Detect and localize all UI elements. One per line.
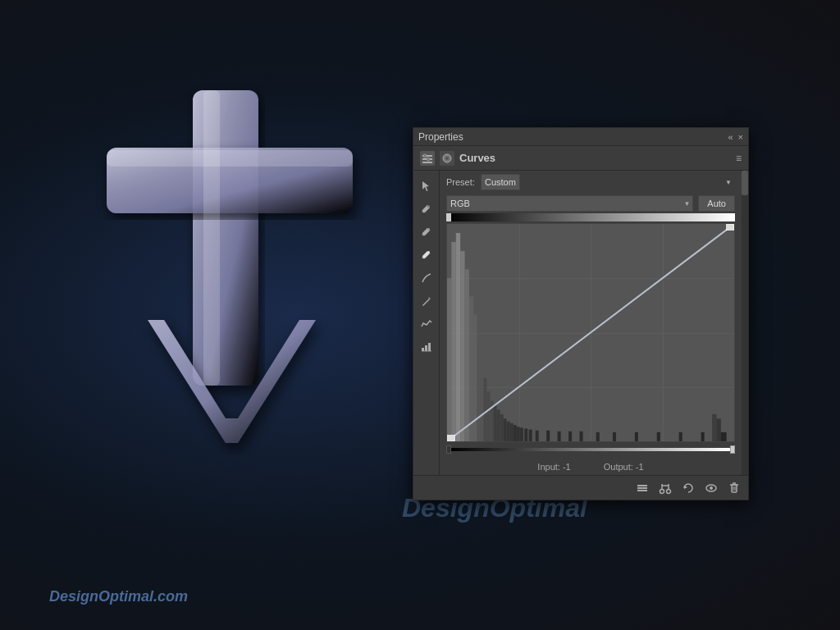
panel-content: Preset: Custom RGB Red Green Blue xyxy=(413,171,748,475)
svg-point-66 xyxy=(660,489,664,493)
svg-marker-11 xyxy=(422,181,429,191)
panel-title-controls: « × xyxy=(728,132,743,142)
clip-btn[interactable] xyxy=(658,481,673,495)
scroll-thumb[interactable] xyxy=(742,171,748,195)
eyedropper-black-btn[interactable] xyxy=(418,200,436,218)
svg-rect-35 xyxy=(504,418,507,441)
svg-rect-22 xyxy=(456,233,460,441)
mask-icon[interactable] xyxy=(440,151,454,166)
svg-rect-41 xyxy=(524,429,527,441)
panel-right: Preset: Custom RGB Red Green Blue xyxy=(440,171,742,475)
svg-rect-48 xyxy=(596,432,600,441)
svg-rect-34 xyxy=(500,414,504,441)
eyedropper-white-btn[interactable] xyxy=(418,246,436,264)
io-row: Input: -1 Output: -1 xyxy=(440,459,742,475)
svg-marker-71 xyxy=(684,486,687,489)
svg-rect-16 xyxy=(425,345,427,351)
svg-rect-33 xyxy=(497,409,500,441)
scroll-bar[interactable] xyxy=(742,171,748,475)
svg-rect-32 xyxy=(494,405,497,441)
svg-point-67 xyxy=(667,489,671,493)
delete-btn[interactable] xyxy=(727,481,742,495)
panel-titlebar: Properties « × xyxy=(413,128,748,146)
close-button[interactable]: × xyxy=(738,132,743,142)
eyedropper-gray-btn[interactable] xyxy=(418,223,436,241)
cross-logo xyxy=(66,66,410,476)
white-point-slider[interactable] xyxy=(730,445,735,454)
layer-comp-btn[interactable] xyxy=(635,481,650,495)
svg-point-8 xyxy=(427,158,430,161)
svg-rect-25 xyxy=(469,296,473,441)
svg-rect-36 xyxy=(507,422,510,441)
svg-rect-74 xyxy=(732,485,737,492)
svg-rect-23 xyxy=(460,251,464,441)
svg-rect-17 xyxy=(428,343,431,351)
svg-rect-3 xyxy=(107,150,353,167)
svg-rect-38 xyxy=(514,425,517,441)
pencil-tool-btn[interactable] xyxy=(418,292,436,310)
svg-rect-26 xyxy=(473,314,477,441)
pointer-tool-btn[interactable] xyxy=(418,177,436,195)
histogram-view-btn[interactable] xyxy=(418,338,436,356)
svg-rect-64 xyxy=(637,487,647,489)
svg-rect-47 xyxy=(580,431,583,441)
svg-rect-56 xyxy=(716,418,720,441)
panel-header: Curves ≡ xyxy=(413,146,748,171)
preset-row: Preset: Custom xyxy=(440,171,742,194)
svg-rect-39 xyxy=(517,427,520,441)
svg-rect-30 xyxy=(486,391,490,441)
visibility-btn[interactable] xyxy=(704,481,719,495)
svg-rect-65 xyxy=(637,490,647,491)
output-label: Output: -1 xyxy=(604,462,644,472)
svg-point-14 xyxy=(427,251,430,253)
svg-point-7 xyxy=(423,154,427,158)
channel-dropdown[interactable]: RGB Red Green Blue xyxy=(446,195,693,212)
panel-menu-btn[interactable]: ≡ xyxy=(736,153,742,164)
properties-panel: Properties « × Curves ≡ xyxy=(413,127,749,500)
svg-rect-28 xyxy=(480,360,483,441)
svg-rect-49 xyxy=(613,432,616,441)
svg-rect-46 xyxy=(568,431,572,441)
svg-point-10 xyxy=(445,157,449,160)
chart-bottom-controls xyxy=(446,444,735,455)
channel-row: RGB Red Green Blue Auto xyxy=(440,194,742,213)
svg-rect-15 xyxy=(422,348,424,351)
reset-btn[interactable] xyxy=(681,481,696,495)
panel-title: Properties xyxy=(418,131,463,143)
svg-rect-43 xyxy=(536,431,539,441)
collapse-button[interactable]: « xyxy=(728,132,733,142)
svg-rect-61 xyxy=(727,224,734,231)
svg-rect-52 xyxy=(679,432,682,441)
panel-bottom-toolbar xyxy=(413,475,748,500)
svg-rect-0 xyxy=(193,90,258,386)
smooth-tool-btn[interactable] xyxy=(418,315,436,333)
input-slider-track[interactable] xyxy=(451,448,730,451)
curves-canvas[interactable] xyxy=(446,223,735,442)
svg-rect-29 xyxy=(483,378,486,441)
svg-rect-20 xyxy=(447,278,451,441)
preset-label: Preset: xyxy=(446,177,476,187)
svg-rect-40 xyxy=(520,427,523,441)
preset-dropdown-wrapper: Custom xyxy=(481,174,735,190)
curves-svg xyxy=(447,224,734,441)
curves-area xyxy=(440,213,742,459)
svg-rect-44 xyxy=(546,431,550,441)
tool-strip xyxy=(413,171,440,475)
svg-rect-45 xyxy=(558,431,561,441)
svg-rect-62 xyxy=(447,435,454,441)
preset-dropdown[interactable]: Custom xyxy=(481,174,520,190)
curve-tool-btn[interactable] xyxy=(418,269,436,287)
svg-rect-51 xyxy=(657,432,660,441)
channel-dropdown-wrapper: RGB Red Green Blue xyxy=(446,195,693,212)
svg-rect-55 xyxy=(712,414,716,441)
svg-rect-6 xyxy=(422,162,432,163)
input-label: Input: -1 xyxy=(537,462,570,472)
svg-rect-63 xyxy=(637,485,647,486)
adjustment-icon[interactable] xyxy=(420,151,435,166)
auto-button[interactable]: Auto xyxy=(698,195,735,212)
svg-rect-37 xyxy=(510,423,514,441)
top-gradient-bar xyxy=(446,213,735,221)
curves-title: Curves xyxy=(459,152,495,164)
svg-rect-27 xyxy=(477,342,480,441)
svg-point-12 xyxy=(427,205,430,208)
